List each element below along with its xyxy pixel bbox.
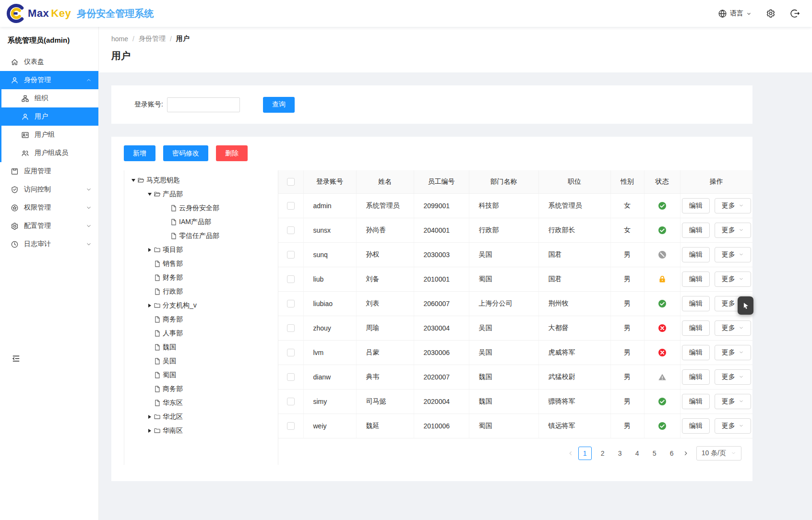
more-button[interactable]: 更多 (715, 272, 751, 287)
more-button[interactable]: 更多 (715, 198, 751, 213)
more-button[interactable]: 更多 (715, 223, 751, 238)
sidebar-item-audit[interactable]: 日志审计 (0, 235, 98, 253)
chevron-down-icon (739, 325, 744, 331)
menu-fold-icon[interactable] (12, 354, 21, 363)
tree-node[interactable]: 蜀国 (124, 368, 278, 382)
prev-page-icon[interactable] (568, 450, 573, 456)
row-checkbox[interactable] (287, 422, 295, 430)
cell-ops: 编辑更多 (680, 267, 752, 291)
sidebar-item-user[interactable]: 用户 (1, 107, 98, 126)
next-page-icon[interactable] (683, 450, 689, 456)
sidebar-item-config[interactable]: 配置管理 (0, 217, 98, 235)
caret-right-icon[interactable] (145, 429, 154, 433)
add-button[interactable]: 新增 (124, 145, 155, 161)
row-checkbox[interactable] (287, 324, 295, 332)
caret-down-icon[interactable] (129, 179, 137, 182)
tree-node[interactable]: 吴国 (124, 354, 278, 368)
row-checkbox[interactable] (287, 251, 295, 259)
language-menu[interactable]: 语言 (718, 9, 752, 18)
column-header: 性别 (610, 170, 644, 193)
edit-button[interactable]: 编辑 (682, 394, 710, 409)
more-button[interactable]: 更多 (715, 345, 751, 360)
chevron-down-icon (739, 276, 744, 282)
sidebar-item-members[interactable]: 用户组成员 (1, 144, 98, 162)
tree-node[interactable]: 华南区 (124, 424, 278, 437)
tree-node[interactable]: 商务部 (124, 312, 278, 326)
query-button[interactable]: 查询 (263, 97, 295, 113)
person-icon (21, 113, 29, 121)
tree-node[interactable]: 人事部 (124, 326, 278, 340)
sidebar-item-perm[interactable]: 权限管理 (0, 199, 98, 217)
edit-button[interactable]: 编辑 (682, 345, 710, 360)
tree-node[interactable]: 云身份安全部 (124, 201, 278, 215)
chevron-down-icon (739, 374, 744, 379)
settings-gear-icon[interactable] (766, 9, 776, 18)
tree-node[interactable]: 产品部 (124, 187, 278, 201)
page-size-select[interactable]: 10 条/页 (696, 446, 741, 461)
edit-button[interactable]: 编辑 (682, 296, 710, 311)
sidebar-item-usergroup[interactable]: 用户组 (1, 126, 98, 144)
page-button-4[interactable]: 4 (631, 447, 644, 460)
row-checkbox[interactable] (287, 202, 295, 210)
page-button-3[interactable]: 3 (614, 447, 626, 460)
tree-node[interactable]: 项目部 (124, 243, 278, 257)
logout-icon[interactable] (790, 9, 800, 18)
edit-button[interactable]: 编辑 (682, 272, 710, 287)
tree-node[interactable]: 分支机构_v (124, 298, 278, 312)
edit-button[interactable]: 编辑 (682, 418, 710, 434)
row-checkbox[interactable] (287, 398, 295, 405)
floating-widget[interactable] (738, 296, 753, 315)
edit-button[interactable]: 编辑 (682, 198, 710, 213)
row-checkbox[interactable] (287, 373, 295, 381)
cell-ops: 编辑更多 (680, 389, 752, 414)
row-checkbox[interactable] (287, 349, 295, 356)
cell-gender: 男 (610, 414, 644, 438)
tree-node-label: 行政部 (163, 287, 183, 296)
more-button[interactable]: 更多 (715, 320, 751, 336)
brand[interactable]: MaxKey 身份安全管理系统 (5, 3, 154, 24)
row-checkbox[interactable] (287, 226, 295, 234)
caret-right-icon[interactable] (145, 415, 154, 419)
tree-node[interactable]: 华东区 (124, 396, 278, 410)
breadcrumb-identity[interactable]: 身份管理 (139, 35, 166, 43)
tree-node[interactable]: 销售部 (124, 257, 278, 271)
cell-title: 行政部长 (538, 218, 610, 242)
page-button-5[interactable]: 5 (648, 447, 661, 460)
row-checkbox[interactable] (287, 300, 295, 307)
caret-right-icon[interactable] (145, 304, 154, 307)
more-button[interactable]: 更多 (715, 394, 751, 409)
cell-title: 镇远将军 (538, 414, 610, 438)
delete-button[interactable]: 删除 (216, 145, 248, 161)
tree-node[interactable]: 魏国 (124, 340, 278, 354)
row-checkbox[interactable] (287, 275, 295, 283)
sidebar-item-identity[interactable]: 身份管理 (0, 71, 98, 89)
page-button-1[interactable]: 1 (578, 447, 592, 460)
tree-node[interactable]: 华北区 (124, 410, 278, 424)
caret-down-icon[interactable] (145, 193, 154, 196)
tree-node[interactable]: 行政部 (124, 284, 278, 298)
breadcrumb-home[interactable]: home (111, 35, 128, 43)
tree-node[interactable]: IAM产品部 (124, 215, 278, 229)
sidebar-item-dashboard[interactable]: 仪表盘 (0, 53, 98, 71)
sidebar-item-org[interactable]: 组织 (1, 89, 98, 107)
more-button[interactable]: 更多 (715, 418, 751, 434)
tree-node[interactable]: 马克思钥匙 (124, 173, 278, 187)
tree-node[interactable]: 财务部 (124, 271, 278, 284)
change-password-button[interactable]: 密码修改 (163, 145, 208, 161)
edit-button[interactable]: 编辑 (682, 247, 710, 262)
page-button-6[interactable]: 6 (666, 447, 678, 460)
page-button-2[interactable]: 2 (597, 447, 609, 460)
edit-button[interactable]: 编辑 (682, 223, 710, 238)
select-all-checkbox[interactable] (287, 178, 295, 186)
cell-account: simy (303, 389, 356, 414)
more-button[interactable]: 更多 (715, 247, 751, 262)
edit-button[interactable]: 编辑 (682, 320, 710, 336)
sidebar-item-app[interactable]: 应用管理 (0, 162, 98, 180)
caret-right-icon[interactable] (145, 248, 154, 252)
login-account-input[interactable] (167, 97, 240, 112)
more-button[interactable]: 更多 (715, 369, 751, 385)
tree-node[interactable]: 零信任产品部 (124, 229, 278, 243)
sidebar-item-access[interactable]: 访问控制 (0, 180, 98, 199)
edit-button[interactable]: 编辑 (682, 369, 710, 385)
tree-node[interactable]: 商务部 (124, 382, 278, 396)
